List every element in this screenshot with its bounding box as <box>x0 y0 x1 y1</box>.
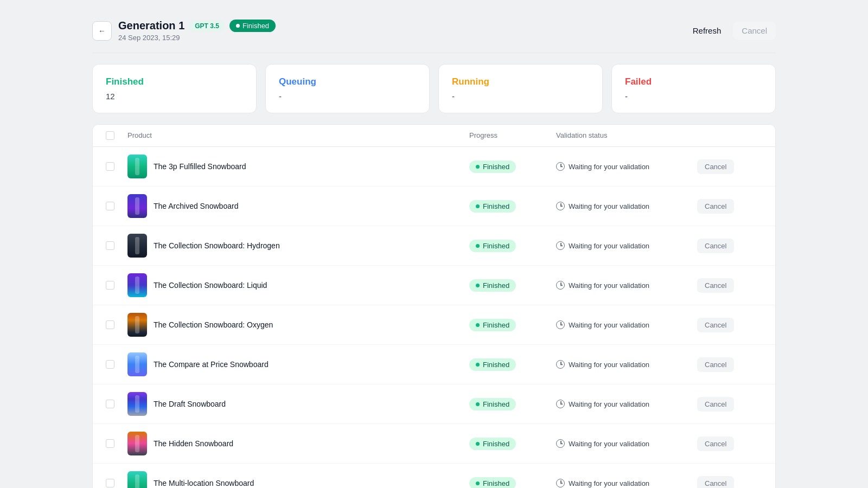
thumb-inner-1 <box>135 197 139 215</box>
stat-label-queuing: Queuing <box>279 76 416 87</box>
clock-icon-2 <box>556 241 565 250</box>
progress-badge-7: Finished <box>469 438 516 450</box>
thumb-inner-8 <box>135 474 139 488</box>
product-thumbnail-5 <box>127 352 147 376</box>
product-cell-5: The Compare at Price Snowboard <box>127 352 469 376</box>
cancel-row-button-2[interactable]: Cancel <box>697 239 734 253</box>
product-cell-0: The 3p Fulfilled Snowboard <box>127 155 469 178</box>
row-checkbox-7[interactable] <box>106 439 114 448</box>
progress-dot-0 <box>476 165 480 169</box>
product-thumbnail-7 <box>127 432 147 455</box>
stats-row: Finished 12 Queuing - Running - Failed - <box>92 64 776 113</box>
progress-cell-2: Finished <box>469 240 556 252</box>
clock-icon-7 <box>556 439 565 448</box>
row-checkbox-8[interactable] <box>106 479 114 487</box>
row-checkbox-cell <box>106 281 127 290</box>
action-cell-1: Cancel <box>697 199 762 214</box>
action-cell-4: Cancel <box>697 318 762 332</box>
clock-icon-6 <box>556 400 565 408</box>
validation-text-1: Waiting for your validation <box>569 202 649 210</box>
progress-cell-6: Finished <box>469 398 556 410</box>
cancel-row-button-6[interactable]: Cancel <box>697 397 734 412</box>
validation-cell-0: Waiting for your validation <box>556 162 697 171</box>
product-name-7: The Hidden Snowboard <box>154 439 233 448</box>
product-name-0: The 3p Fulfilled Snowboard <box>154 162 246 171</box>
product-name-6: The Draft Snowboard <box>154 400 226 408</box>
cancel-header-button[interactable]: Cancel <box>733 22 776 40</box>
cancel-row-button-8[interactable]: Cancel <box>697 476 734 489</box>
validation-cell-3: Waiting for your validation <box>556 281 697 290</box>
action-cell-5: Cancel <box>697 357 762 372</box>
row-checkbox-0[interactable] <box>106 162 114 171</box>
validation-cell-2: Waiting for your validation <box>556 241 697 250</box>
column-product: Product <box>127 131 469 140</box>
back-button[interactable]: ← <box>92 21 112 41</box>
table-body: The 3p Fulfilled Snowboard Finished Wait… <box>93 147 775 488</box>
progress-cell-5: Finished <box>469 358 556 371</box>
row-checkbox-cell <box>106 479 127 487</box>
row-checkbox-3[interactable] <box>106 281 114 290</box>
product-name-1: The Archived Snowboard <box>154 202 238 210</box>
stat-card-failed: Failed - <box>611 64 776 113</box>
progress-dot-6 <box>476 402 480 406</box>
row-checkbox-5[interactable] <box>106 360 114 369</box>
row-checkbox-1[interactable] <box>106 202 114 210</box>
thumb-inner-6 <box>135 395 139 413</box>
thumb-inner-7 <box>135 435 139 452</box>
stat-value-failed: - <box>625 92 762 101</box>
back-arrow-icon: ← <box>98 27 106 35</box>
row-checkbox-4[interactable] <box>106 320 114 329</box>
clock-icon-3 <box>556 281 565 290</box>
product-name-4: The Collection Snowboard: Oxygen <box>154 320 273 329</box>
progress-dot-1 <box>476 204 480 208</box>
table-header: Product Progress Validation status <box>93 125 775 147</box>
product-cell-3: The Collection Snowboard: Liquid <box>127 273 469 297</box>
progress-badge-8: Finished <box>469 477 516 489</box>
cancel-row-button-3[interactable]: Cancel <box>697 278 734 293</box>
progress-badge-3: Finished <box>469 279 516 292</box>
clock-icon-1 <box>556 202 565 210</box>
progress-cell-4: Finished <box>469 319 556 331</box>
product-cell-1: The Archived Snowboard <box>127 194 469 218</box>
stat-card-running: Running - <box>438 64 603 113</box>
header-title-block: Generation 1 GPT 3.5 Finished 24 Sep 202… <box>118 20 276 42</box>
clock-icon-4 <box>556 320 565 329</box>
thumb-inner-5 <box>135 356 139 373</box>
cancel-row-button-5[interactable]: Cancel <box>697 357 734 372</box>
action-cell-8: Cancel <box>697 476 762 489</box>
row-checkbox-2[interactable] <box>106 241 114 250</box>
validation-cell-8: Waiting for your validation <box>556 479 697 487</box>
cancel-row-button-0[interactable]: Cancel <box>697 159 734 174</box>
thumb-inner-4 <box>135 316 139 333</box>
row-checkbox-cell <box>106 202 127 210</box>
header-checkbox-cell <box>106 131 127 140</box>
cancel-row-button-7[interactable]: Cancel <box>697 436 734 451</box>
cancel-row-button-1[interactable]: Cancel <box>697 199 734 214</box>
validation-cell-4: Waiting for your validation <box>556 320 697 329</box>
progress-cell-0: Finished <box>469 160 556 173</box>
cancel-row-button-4[interactable]: Cancel <box>697 318 734 332</box>
header-date: 24 Sep 2023, 15:29 <box>118 34 276 42</box>
progress-badge-2: Finished <box>469 240 516 252</box>
progress-dot-2 <box>476 244 480 248</box>
stat-card-queuing: Queuing - <box>265 64 430 113</box>
product-cell-6: The Draft Snowboard <box>127 392 469 416</box>
select-all-checkbox[interactable] <box>106 131 114 140</box>
product-name-3: The Collection Snowboard: Liquid <box>154 281 267 290</box>
progress-badge-1: Finished <box>469 200 516 213</box>
header-actions: Refresh Cancel <box>685 22 776 40</box>
validation-cell-1: Waiting for your validation <box>556 202 697 210</box>
validation-cell-5: Waiting for your validation <box>556 360 697 369</box>
validation-text-0: Waiting for your validation <box>569 163 649 171</box>
product-thumbnail-6 <box>127 392 147 416</box>
page-header: ← Generation 1 GPT 3.5 Finished 24 Sep 2… <box>92 11 776 53</box>
refresh-button[interactable]: Refresh <box>685 22 729 40</box>
table-row: The Hidden Snowboard Finished Waiting fo… <box>93 424 775 464</box>
page-title: Generation 1 <box>118 20 184 32</box>
thumb-inner-2 <box>135 237 139 254</box>
progress-dot-5 <box>476 363 480 367</box>
header-title-row: Generation 1 GPT 3.5 Finished <box>118 20 276 32</box>
validation-text-3: Waiting for your validation <box>569 281 649 290</box>
table-row: The Draft Snowboard Finished Waiting for… <box>93 384 775 424</box>
row-checkbox-6[interactable] <box>106 400 114 408</box>
